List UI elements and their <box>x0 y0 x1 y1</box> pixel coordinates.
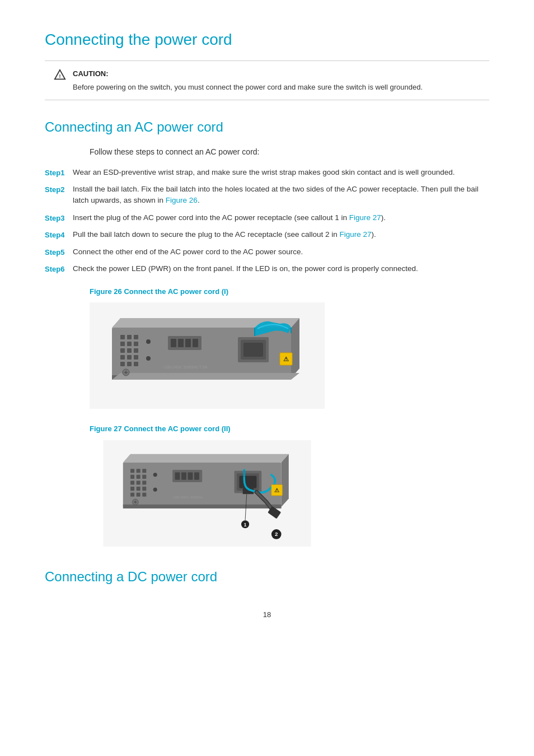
step-row: Step5 Connect the other end of the AC po… <box>45 246 489 258</box>
svg-rect-53 <box>130 487 134 491</box>
svg-rect-24 <box>171 339 176 347</box>
svg-rect-27 <box>193 339 198 347</box>
svg-point-29 <box>146 356 151 361</box>
svg-rect-16 <box>134 348 138 353</box>
svg-rect-49 <box>142 474 146 478</box>
svg-text:~100-240V, 50/60Hz 7.0A: ~100-240V, 50/60Hz 7.0A <box>162 365 207 369</box>
svg-rect-17 <box>120 355 125 360</box>
svg-rect-58 <box>142 492 146 496</box>
svg-rect-55 <box>142 487 146 491</box>
caution-icon: ! <box>54 69 66 81</box>
svg-rect-8 <box>120 335 125 339</box>
step-row: Step4 Pull the bail latch down to secure… <box>45 229 489 241</box>
svg-rect-48 <box>137 474 140 478</box>
svg-rect-44 <box>130 469 134 473</box>
step1-label: Step1 <box>45 167 73 179</box>
svg-rect-32 <box>243 343 263 357</box>
svg-rect-45 <box>137 469 140 473</box>
svg-rect-13 <box>134 342 138 346</box>
svg-rect-19 <box>134 355 138 360</box>
svg-rect-21 <box>127 362 132 366</box>
svg-rect-12 <box>127 342 132 346</box>
step4-text: Pull the bail latch down to secure the p… <box>73 229 376 240</box>
step5-label: Step5 <box>45 246 73 258</box>
svg-rect-52 <box>142 480 146 484</box>
step3-label: Step3 <box>45 212 73 224</box>
svg-rect-57 <box>137 492 140 496</box>
step6-text: Check the power LED (PWR) on the front p… <box>73 263 418 274</box>
svg-rect-26 <box>185 339 191 347</box>
step2-text: Install the bail latch. Fix the bail lat… <box>73 184 489 207</box>
ac-section-title: Connecting an AC power cord <box>45 117 489 137</box>
svg-text:⚠: ⚠ <box>283 356 289 362</box>
step-row: Step3 Insert the plug of the AC power co… <box>45 212 489 224</box>
svg-rect-68 <box>239 475 256 488</box>
svg-rect-20 <box>120 362 125 366</box>
svg-text:~100-240V, 50/60Hz: ~100-240V, 50/60Hz <box>172 495 203 499</box>
svg-rect-10 <box>134 335 138 339</box>
caution-box: ! CAUTION: Before powering on the switch… <box>45 60 489 100</box>
svg-rect-61 <box>181 472 186 479</box>
svg-rect-47 <box>130 474 134 478</box>
svg-text:2: 2 <box>275 531 278 537</box>
step2-label: Step2 <box>45 184 73 195</box>
svg-rect-18 <box>127 355 132 360</box>
svg-rect-54 <box>137 487 140 491</box>
svg-text:⚠: ⚠ <box>274 487 279 493</box>
svg-rect-11 <box>120 342 125 346</box>
svg-text:!: ! <box>59 73 60 79</box>
caution-text: Before powering on the switch, you must … <box>73 82 423 93</box>
figure26-block: Figure 26 Connect the AC power cord (I) <box>90 286 489 413</box>
svg-rect-46 <box>142 469 146 473</box>
ac-intro-text: Follow these steps to connect an AC powe… <box>90 146 489 158</box>
figure27-image: 2 ⚠ ~100-240V, 50/60Hz 1 <box>90 440 325 547</box>
figure27-link-step3[interactable]: Figure 27 <box>349 213 381 222</box>
figure27-link-step4[interactable]: Figure 27 <box>340 230 372 239</box>
page-number: 18 <box>45 609 489 620</box>
step1-text: Wear an ESD-preventive wrist strap, and … <box>73 167 455 178</box>
steps-container: Step1 Wear an ESD-preventive wrist strap… <box>45 167 489 275</box>
step3-text: Insert the plug of the AC power cord int… <box>73 212 386 223</box>
svg-point-65 <box>153 487 157 491</box>
figure26-image: ⚠ ~100-240V, 50/60Hz 7.0A <box>90 302 325 409</box>
step5-text: Connect the other end of the AC power co… <box>73 246 303 258</box>
svg-point-28 <box>146 339 151 344</box>
figure27-caption: Figure 27 Connect the AC power cord (II) <box>90 423 489 435</box>
svg-marker-42 <box>282 454 289 507</box>
svg-marker-7 <box>112 373 299 380</box>
figure26-caption: Figure 26 Connect the AC power cord (I) <box>90 286 489 297</box>
svg-point-64 <box>153 473 157 477</box>
figure26-link[interactable]: Figure 26 <box>166 196 198 204</box>
svg-rect-63 <box>194 472 199 479</box>
step-row: Step2 Install the bail latch. Fix the ba… <box>45 184 489 207</box>
svg-rect-9 <box>127 335 132 339</box>
svg-marker-5 <box>291 318 299 378</box>
svg-rect-15 <box>127 348 132 353</box>
svg-text:1: 1 <box>244 521 247 527</box>
svg-marker-40 <box>123 454 289 462</box>
step4-label: Step4 <box>45 229 73 241</box>
svg-rect-25 <box>178 339 184 347</box>
dc-section-title: Connecting a DC power cord <box>45 567 489 587</box>
page-title: Connecting the power cord <box>45 28 489 52</box>
svg-rect-43 <box>123 504 282 508</box>
step-row: Step6 Check the power LED (PWR) on the f… <box>45 263 489 275</box>
step-row: Step1 Wear an ESD-preventive wrist strap… <box>45 167 489 179</box>
svg-rect-62 <box>188 472 193 479</box>
svg-rect-22 <box>134 362 138 366</box>
svg-rect-14 <box>120 348 125 353</box>
step6-label: Step6 <box>45 263 73 275</box>
caution-label: CAUTION: <box>73 69 109 78</box>
svg-rect-50 <box>130 480 134 484</box>
svg-rect-56 <box>130 492 134 496</box>
figure27-block: Figure 27 Connect the AC power cord (II) <box>90 423 489 550</box>
svg-rect-60 <box>175 472 180 479</box>
svg-rect-51 <box>137 480 140 484</box>
